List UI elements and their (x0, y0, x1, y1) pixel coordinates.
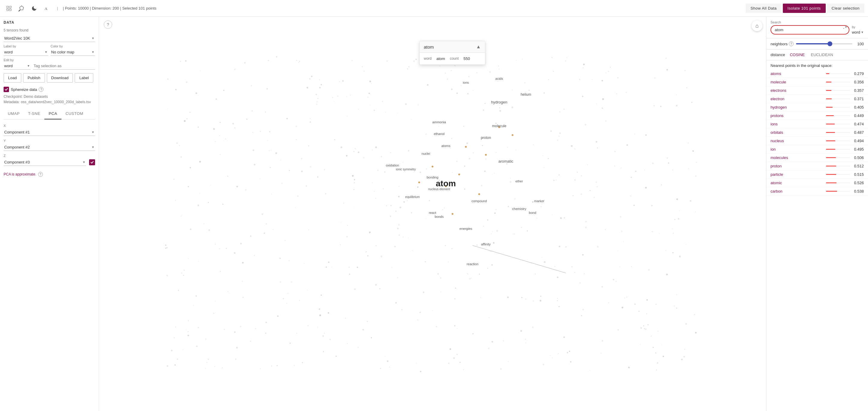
nearest-word[interactable]: ions (771, 122, 824, 126)
sphereize-help-icon[interactable]: ? (39, 87, 43, 92)
nearest-bar-wrap (826, 115, 850, 116)
nearest-item[interactable]: ions 0.474 (766, 120, 868, 128)
tab-umap[interactable]: UMAP (4, 108, 24, 119)
nearest-word[interactable]: particle (771, 172, 824, 177)
nearest-word[interactable]: electron (771, 97, 824, 101)
pca-help-icon[interactable]: ? (38, 172, 43, 177)
svg-point-200 (347, 343, 348, 344)
color-by-select[interactable]: No color map ▼ (51, 49, 95, 56)
svg-point-288 (596, 181, 597, 183)
svg-point-551 (208, 202, 209, 203)
svg-point-600 (535, 273, 536, 274)
svg-point-386 (614, 166, 615, 167)
publish-button[interactable]: Publish (23, 73, 45, 83)
label-icon[interactable]: A (41, 3, 52, 14)
svg-point-274 (646, 299, 648, 301)
nearest-item[interactable]: hydrogen 0.405 (766, 103, 868, 112)
nearest-word[interactable]: protons (771, 113, 824, 118)
svg-point-49 (307, 325, 308, 326)
nearest-item[interactable]: carbon 0.538 (766, 187, 868, 196)
svg-text:aromatic: aromatic (498, 159, 514, 164)
nearest-item[interactable]: proton 0.512 (766, 162, 868, 170)
z-checkbox[interactable] (89, 159, 95, 165)
nearest-item[interactable]: nucleus 0.494 (766, 137, 868, 145)
nearest-word[interactable]: carbon (771, 189, 824, 194)
svg-point-498 (178, 290, 179, 291)
nearest-value: 0.515 (852, 172, 864, 177)
show-all-button[interactable]: Show All Data (746, 4, 781, 13)
nearest-word[interactable]: atoms (771, 71, 824, 76)
label-button[interactable]: Label (75, 73, 93, 83)
help-circle-icon[interactable]: ? (104, 21, 112, 29)
nearest-word[interactable]: molecule (771, 80, 824, 84)
z-select[interactable]: Component #3 ▼ (4, 159, 86, 166)
nearest-word[interactable]: hydrogen (771, 105, 824, 110)
nearest-value: 0.538 (852, 189, 864, 194)
nearest-item[interactable]: ion 0.495 (766, 145, 868, 154)
nearest-item[interactable]: molecules 0.506 (766, 154, 868, 162)
svg-point-134 (167, 365, 168, 367)
tag-input[interactable] (33, 62, 95, 69)
euclidean-option[interactable]: EUCLIDEAN (809, 52, 834, 58)
canvas-area[interactable]: ? ⌂ atomaromaticnucleiionic symmetrybond… (99, 17, 766, 411)
svg-point-395 (353, 189, 354, 190)
nearest-item[interactable]: molecule 0.356 (766, 78, 868, 86)
cosine-option[interactable]: COSINE (788, 52, 806, 58)
svg-text:chemistry: chemistry (512, 207, 527, 211)
home-button[interactable]: ⌂ (752, 21, 763, 31)
atom-popup-close[interactable]: ▲ (476, 44, 481, 50)
svg-point-149 (174, 337, 175, 339)
svg-point-164 (657, 362, 658, 363)
svg-point-165 (559, 246, 560, 247)
night-mode-icon[interactable] (29, 3, 39, 14)
clear-selection-button[interactable]: Clear selection (827, 4, 865, 13)
tab-pca[interactable]: PCA (44, 108, 61, 119)
select-box-icon[interactable] (4, 3, 14, 14)
svg-point-343 (242, 262, 244, 263)
download-button[interactable]: Download (47, 73, 73, 83)
svg-point-378 (403, 201, 405, 203)
svg-point-295 (324, 333, 325, 333)
svg-point-283 (557, 298, 558, 298)
y-select[interactable]: Component #2 ▼ (4, 144, 95, 151)
x-select[interactable]: Component #1 ▼ (4, 129, 95, 136)
slider-thumb[interactable] (828, 41, 832, 46)
neighbors-help-icon[interactable]: ? (789, 41, 794, 46)
label-by-select[interactable]: word ▼ (4, 49, 48, 56)
sphereize-checkbox[interactable] (4, 87, 9, 92)
nearest-item[interactable]: orbitals 0.487 (766, 128, 868, 137)
load-button[interactable]: Load (4, 73, 21, 83)
neighbors-slider[interactable] (796, 43, 852, 45)
tab-tsne[interactable]: T-SNE (24, 108, 45, 119)
edit-by-select[interactable]: word ▼ (4, 62, 31, 69)
nearest-word[interactable]: electrons (771, 88, 824, 93)
svg-point-601 (204, 223, 205, 224)
nearest-item[interactable]: electron 0.371 (766, 95, 868, 103)
nearest-word[interactable]: atomic (771, 181, 824, 185)
nearest-word[interactable]: nucleus (771, 139, 824, 143)
nearest-list: atoms 0.279 molecule 0.356 electrons 0.3… (766, 69, 868, 411)
nearest-item[interactable]: atoms 0.279 (766, 69, 868, 78)
svg-point-262 (346, 236, 348, 238)
nearest-word[interactable]: ion (771, 147, 824, 151)
by-select[interactable]: word ▼ (852, 30, 864, 34)
nearest-item[interactable]: particle 0.515 (766, 170, 868, 179)
svg-point-177 (665, 58, 667, 59)
search-input[interactable] (775, 28, 839, 32)
nearest-item[interactable]: atomic 0.526 (766, 179, 868, 187)
nearest-item[interactable]: electrons 0.357 (766, 86, 868, 95)
regex-button[interactable]: .* (842, 26, 847, 30)
nearest-item[interactable]: protons 0.449 (766, 112, 868, 120)
isolate-button[interactable]: Isolate 101 points (783, 4, 826, 13)
tensor-select[interactable]: Word2Vec 10K ▼ (4, 35, 95, 42)
svg-point-565 (215, 301, 215, 302)
nearest-word[interactable]: proton (771, 164, 824, 168)
svg-point-574 (317, 176, 318, 178)
scatter-plot[interactable]: atomaromaticnucleiionic symmetrybondingn… (99, 17, 766, 411)
svg-point-35 (608, 302, 609, 303)
tab-custom[interactable]: CUSTOM (61, 108, 88, 119)
select-poly-icon[interactable] (16, 3, 27, 14)
nearest-bar-wrap (826, 98, 850, 99)
nearest-word[interactable]: orbitals (771, 130, 824, 135)
nearest-word[interactable]: molecules (771, 155, 824, 160)
